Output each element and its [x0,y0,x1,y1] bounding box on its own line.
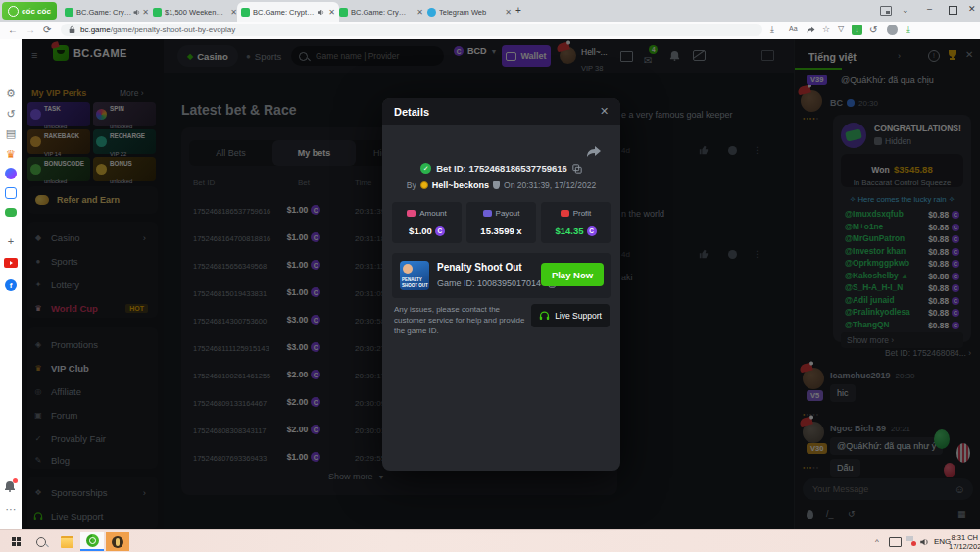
screen: cốc cốc BC.Game: Crypto Casino ✕ $1,500 … [0,0,980,552]
game-thumbnail[interactable]: PENALTY SHOOT OUT [400,261,429,290]
tab-title: BC.Game: Crypto Casino Ga [351,8,410,17]
stat-payout: Payout 15.3599 x [466,202,536,243]
tab-close-icon[interactable]: ✕ [416,8,423,17]
coccoc-taskbar-button[interactable] [80,532,104,551]
stats-row: Amount $1.00C Payout 15.3599 x Profit $1… [392,202,611,243]
facebook-icon[interactable]: f [5,279,17,291]
verified-check-icon: ✓ [420,163,431,174]
video-download-icon[interactable]: ↓ [852,25,862,35]
browser-tabstrip: cốc cốc BC.Game: Crypto Casino ✕ $1,500 … [0,0,980,22]
new-tab-button[interactable]: + [515,5,521,16]
address-bar[interactable]: bc.game/game/penalty-shoot-out-by-evopla… [61,24,762,36]
tray-date: 17/12/2022 [949,542,978,551]
window-maximize-button[interactable] [949,6,957,15]
player-name[interactable]: Hell~beckons [432,180,489,190]
reading-mode-icon[interactable] [5,187,17,199]
browser-brand: cốc cốc [22,7,51,16]
browser-tab-4[interactable]: BC.Game: Crypto Casino Ga ✕ [335,2,427,22]
browser-tab-3-active[interactable]: BC.Game: Crypto Casino ✕ [237,2,339,22]
coccoc-menu-button[interactable]: cốc cốc [2,2,57,20]
windows-taskbar: ^ ENG 8:31 CH 17/12/2022 [0,529,980,552]
bet-datetime: On 20:31:39, 17/12/2022 [504,180,596,190]
bet-by-row: By Hell~beckons On 20:31:39, 17/12/2022 [382,180,620,190]
support-note: Any issues, please contact the customer … [394,304,526,337]
modal-header: Details ✕ [382,98,620,125]
tray-clock[interactable]: 8:31 CH 17/12/2022 [949,533,978,552]
translate-icon[interactable]: Aa [789,25,798,32]
pip-icon[interactable] [880,6,892,16]
tray-time: 8:31 CH [949,533,978,542]
goalkeeper-face [403,264,413,274]
modal-close-icon[interactable]: ✕ [600,105,609,118]
back-icon[interactable]: ← [8,25,18,35]
taskbar-search-button[interactable] [29,532,53,551]
share-bet-icon[interactable] [586,145,602,159]
by-label: By [407,180,416,190]
file-explorer-button[interactable] [55,532,78,551]
player-shield-icon [493,181,500,189]
tray-flag-icon[interactable] [906,536,914,545]
share-icon[interactable] [807,26,815,34]
headset-icon [539,311,550,321]
crown-rewards-icon[interactable]: ♛ [4,147,18,161]
tab-close-icon[interactable]: ✕ [230,8,237,17]
medal-icon [420,181,428,189]
url-domain: bc.game [80,25,111,34]
browser-tab-5[interactable]: Telegram Web ✕ [423,2,515,22]
browser-tab-1[interactable]: BC.Game: Crypto Casino ✕ [61,2,153,22]
forward-icon[interactable]: → [25,25,35,35]
messenger-icon[interactable] [5,168,17,179]
add-shortcut-icon[interactable]: + [4,234,18,248]
tray-display-icon[interactable] [889,537,902,547]
gamepad-icon[interactable] [5,208,17,217]
bet-id-text: Bet ID: 1752468186537759616 [436,163,567,174]
adblock-shield-icon[interactable]: ▽ [838,25,844,33]
tab-close-icon[interactable]: ✕ [142,8,149,17]
tab-audio-icon[interactable] [318,9,324,16]
bcgame-favicon [339,8,348,17]
live-support-button[interactable]: Live Support [531,304,610,327]
copy-icon[interactable] [572,164,582,174]
window-minimize-button[interactable]: – [927,4,932,14]
downloads-tray-icon[interactable]: ⤓ [906,25,910,35]
more-options-icon[interactable]: ⋯ [4,502,18,516]
game-app-taskbar-button[interactable] [106,532,129,551]
download-page-icon[interactable]: ⤓ [770,25,774,35]
profile-avatar-icon[interactable] [887,25,898,35]
tab-search-icon[interactable]: ⌄ [902,5,909,15]
bet-details-modal: Details ✕ ✓ Bet ID: 1752468186537759616 … [382,98,620,471]
start-button[interactable] [4,532,27,551]
tab-close-icon[interactable]: ✕ [328,8,335,17]
game-info-panel: PENALTY SHOOT OUT Penalty Shoot Out Game… [392,253,611,298]
bookmark-star-icon[interactable]: ☆ [822,25,830,34]
payout-wallet-icon [483,210,492,217]
coccoc-logo-icon [8,6,19,17]
tab-close-icon[interactable]: ✕ [505,8,512,17]
bet-id-row: ✓ Bet ID: 1752468186537759616 [382,163,620,174]
tab-audio-icon[interactable] [133,9,140,16]
youtube-icon[interactable] [4,258,18,268]
lock-icon [69,25,75,34]
telegram-favicon [427,8,436,17]
thumb-caption: PENALTY SHOOT OUT [402,277,429,288]
tray-chevron-icon[interactable]: ^ [875,537,879,546]
sync-icon[interactable]: ↺ [869,25,877,35]
url-path: /game/penalty-shoot-out-by-evoplay [111,25,236,34]
reload-icon[interactable]: ⟳ [43,25,51,35]
history-icon[interactable]: ↺ [4,107,18,121]
notification-dot [13,478,18,483]
newsfeed-icon[interactable]: ▤ [4,126,18,140]
bcgame-favicon [153,8,162,17]
notification-bell-icon[interactable] [4,480,16,492]
rail-divider [4,226,18,226]
bcgame-favicon [65,8,74,17]
tray-volume-icon[interactable] [919,537,929,547]
settings-gear-icon[interactable]: ⚙ [4,86,18,100]
play-now-button[interactable]: Play Now [541,263,604,286]
tab-title: BC.Game: Crypto Casino [253,8,318,17]
window-close-button[interactable]: ✕ [968,4,976,14]
game-id: Game ID: 1008395017014 [437,278,541,288]
tab-title: BC.Game: Crypto Casino [76,8,133,17]
browser-tab-2[interactable]: $1,500 Weekend Evoplay Mu ✕ [149,2,241,22]
browser-urlbar: ← → ⟳ bc.game/game/penalty-shoot-out-by-… [0,22,980,40]
